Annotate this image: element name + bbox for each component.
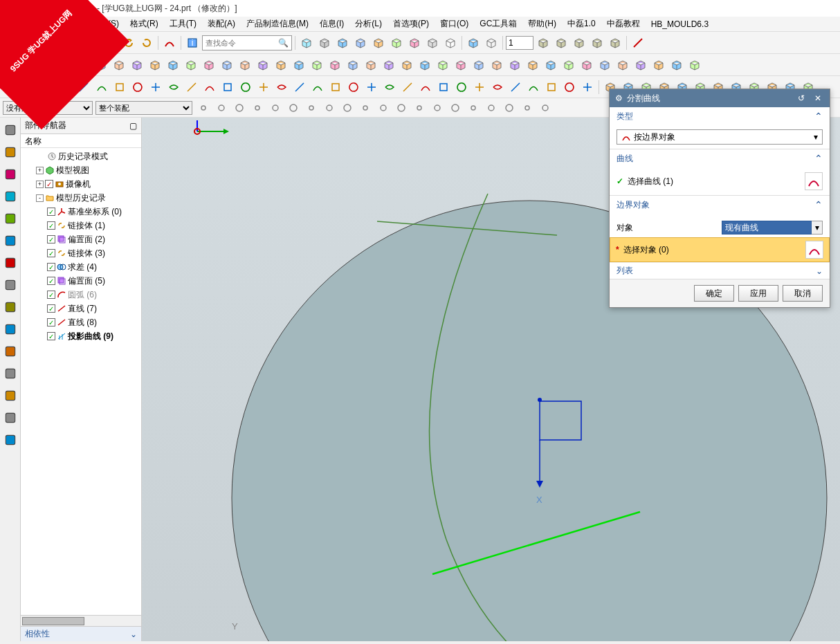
feature-icon[interactable] — [345, 57, 361, 73]
view-cube-icon[interactable] — [298, 35, 315, 51]
section-type-header[interactable]: 类型 ⌃ — [610, 107, 830, 125]
menu-item[interactable]: 信息(I) — [316, 17, 348, 31]
tree-item[interactable]: +模型视图 — [22, 163, 140, 177]
apply-button[interactable]: 应用 — [738, 285, 778, 302]
close-icon[interactable]: ✕ — [812, 92, 824, 104]
resource-tab-icon[interactable] — [2, 277, 19, 293]
layer-icon[interactable] — [535, 35, 551, 51]
view-cube-icon[interactable] — [352, 35, 369, 51]
checkbox-icon[interactable]: ✓ — [47, 304, 55, 313]
view-cube-icon[interactable] — [406, 35, 423, 51]
curve-tool-icon[interactable] — [399, 79, 416, 95]
section-curve-header[interactable]: 曲线 ⌃ — [610, 149, 830, 167]
snap-icon[interactable] — [375, 100, 392, 116]
feature-icon[interactable] — [578, 57, 595, 73]
curve-tool-icon[interactable] — [93, 79, 110, 95]
scale-spinner[interactable]: 1 — [506, 36, 533, 50]
layer-icon[interactable] — [607, 35, 623, 51]
feature-icon[interactable] — [165, 57, 181, 73]
snap-icon[interactable] — [519, 100, 536, 116]
snap-icon[interactable] — [339, 100, 356, 116]
select-curve-row[interactable]: ✓ 选择曲线 (1) — [617, 172, 823, 191]
curve-tool-icon[interactable] — [129, 79, 146, 95]
feature-icon[interactable] — [237, 57, 253, 73]
feature-icon[interactable] — [650, 57, 667, 73]
resource-tab-icon[interactable] — [2, 122, 19, 138]
checkbox-icon[interactable]: ✓ — [47, 263, 55, 271]
checkbox-icon[interactable]: ✓ — [45, 180, 53, 188]
dialog-titlebar[interactable]: ⚙ 分割曲线 ↺ ✕ — [610, 89, 830, 107]
menu-item[interactable]: 格式(R) — [126, 17, 163, 31]
feature-icon[interactable] — [542, 57, 559, 73]
snap-icon[interactable] — [285, 100, 302, 116]
feature-icon[interactable] — [560, 57, 577, 73]
feature-icon[interactable] — [111, 57, 127, 73]
snap-icon[interactable] — [447, 100, 464, 116]
feature-icon[interactable] — [201, 57, 217, 73]
tree-item[interactable]: ✓基准坐标系 (0) — [22, 205, 140, 219]
assembly-filter[interactable]: 整个装配 — [95, 101, 192, 115]
resource-tab-icon[interactable] — [2, 387, 19, 404]
menu-item[interactable]: 分析(L) — [351, 17, 386, 31]
menu-item[interactable]: 首选项(P) — [389, 17, 433, 31]
snap-icon[interactable] — [231, 100, 248, 116]
search-input[interactable] — [206, 39, 278, 47]
snap-icon[interactable] — [537, 100, 554, 116]
tree-item[interactable]: ✓偏置面 (5) — [22, 274, 140, 288]
tree-item[interactable]: ✓投影曲线 (9) — [22, 329, 140, 343]
tree-item[interactable]: ✓求差 (4) — [22, 260, 140, 274]
checkbox-icon[interactable]: ✓ — [47, 318, 55, 326]
curve-tool-icon[interactable] — [147, 79, 164, 95]
curve-tool-icon[interactable] — [561, 79, 578, 95]
wireframe-icon[interactable] — [483, 35, 500, 51]
tree-item[interactable]: -模型历史记录 — [22, 191, 140, 205]
search-icon[interactable]: 🔍 — [278, 38, 289, 48]
curve-tool-icon[interactable] — [255, 79, 272, 95]
curve-preview-icon[interactable] — [805, 172, 823, 190]
curve-tool-icon[interactable] — [201, 79, 218, 95]
feature-icon[interactable] — [273, 57, 289, 73]
command-search[interactable]: 🔍 — [202, 35, 292, 50]
redo-icon[interactable] — [138, 35, 155, 51]
snap-icon[interactable] — [267, 100, 284, 116]
curve-tool-icon[interactable] — [309, 79, 326, 95]
resource-tab-icon[interactable] — [2, 343, 19, 360]
feature-icon[interactable] — [363, 57, 379, 73]
feature-icon[interactable] — [614, 57, 631, 73]
feature-icon[interactable] — [129, 57, 145, 73]
tree-item[interactable]: ✓直线 (7) — [22, 302, 140, 315]
curve-tool-icon[interactable] — [273, 79, 290, 95]
curve-tool-icon[interactable] — [363, 79, 380, 95]
view-cube-icon[interactable] — [442, 35, 459, 51]
snap-icon[interactable] — [411, 100, 428, 116]
curve-tool-icon[interactable] — [435, 79, 452, 95]
tree-item[interactable]: ✓直线 (8) — [22, 315, 140, 329]
checkbox-icon[interactable]: ✓ — [47, 221, 55, 230]
snap-icon[interactable] — [483, 100, 500, 116]
view-cube-icon[interactable] — [370, 35, 387, 51]
snap-icon[interactable] — [501, 100, 518, 116]
snap-icon[interactable] — [357, 100, 374, 116]
curve-tool-icon[interactable] — [345, 79, 362, 95]
feature-icon[interactable] — [668, 57, 685, 73]
feature-icon[interactable] — [309, 57, 325, 73]
feature-icon[interactable] — [524, 57, 541, 73]
checkbox-icon[interactable]: ✓ — [47, 208, 55, 216]
curve-tool-icon[interactable] — [417, 79, 434, 95]
select-object-row[interactable]: * 选择对象 (0) — [610, 237, 830, 262]
cancel-button[interactable]: 取消 — [783, 285, 823, 302]
curve-tool-icon[interactable] — [543, 79, 560, 95]
checkbox-icon[interactable]: ✓ — [47, 249, 55, 257]
expand-icon[interactable]: + — [36, 167, 44, 174]
snap-icon[interactable] — [429, 100, 446, 116]
menu-item[interactable]: 装配(A) — [203, 17, 239, 31]
feature-icon[interactable] — [327, 57, 343, 73]
curve-tool-icon[interactable] — [327, 79, 344, 95]
render-icon[interactable] — [465, 35, 482, 51]
tree-item[interactable]: ✓链接体 (1) — [22, 219, 140, 232]
resource-tab-icon[interactable] — [2, 166, 19, 183]
feature-icon[interactable] — [417, 57, 433, 73]
tree-item[interactable]: 历史记录模式 — [22, 149, 140, 163]
curve-tool-icon[interactable] — [453, 79, 470, 95]
resource-tab-icon[interactable] — [2, 188, 19, 205]
